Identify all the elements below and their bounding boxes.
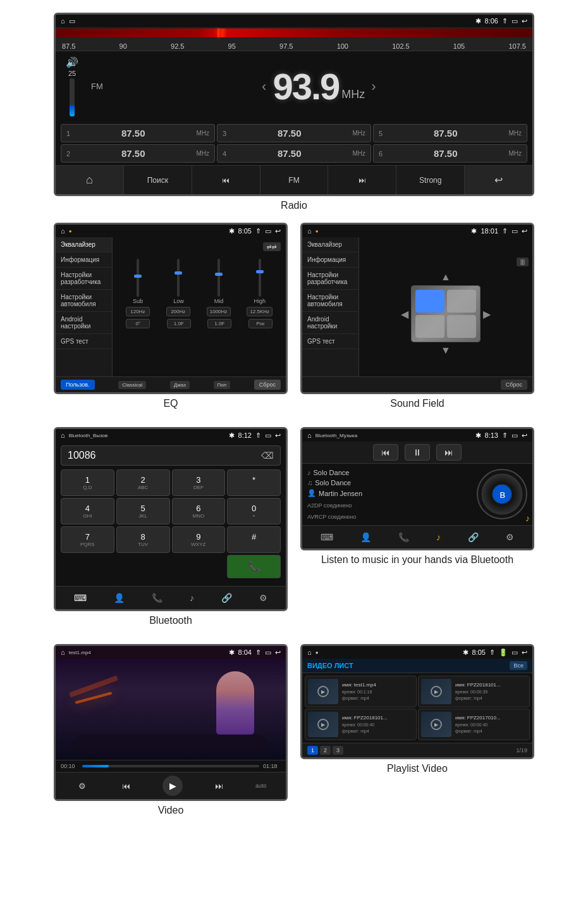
btm-keypad-icon[interactable]: ⌨ bbox=[317, 530, 337, 545]
btm-prev-button[interactable]: ⏮ bbox=[373, 444, 398, 461]
pl-item-4[interactable]: ▶ имя: FPZ2017010... время: 00:00:40 фор… bbox=[418, 709, 530, 740]
eq-reset-button[interactable]: Сброс bbox=[254, 380, 281, 390]
pl-item-1[interactable]: ▶ имя: test1.mp4 время: 00:1:18 формат: … bbox=[305, 676, 417, 707]
bt-status-right: ✱ 8:12 ⇑ ▭ ↩ bbox=[229, 431, 281, 440]
bt-key-1[interactable]: 1Q,D bbox=[61, 469, 114, 496]
sf-seat-rl[interactable] bbox=[415, 315, 444, 338]
vid-track[interactable] bbox=[82, 765, 259, 767]
eq-jazz-btn[interactable]: Джаз bbox=[170, 381, 190, 389]
bt-key-hash[interactable]: # bbox=[227, 526, 281, 553]
eq-pop-btn[interactable]: Поп bbox=[214, 381, 231, 389]
bt-backspace-button[interactable]: ⌫ bbox=[261, 450, 274, 461]
pl-item-3[interactable]: ▶ имя: FPZ2018101... время: 00:00:40 фор… bbox=[305, 709, 417, 740]
pl-page-1[interactable]: 1 bbox=[307, 746, 318, 755]
sf-seat-rr[interactable] bbox=[447, 315, 476, 338]
bt-link-icon[interactable]: 🔗 bbox=[217, 590, 236, 605]
bt-settings-icon[interactable]: ⚙ bbox=[255, 590, 271, 605]
eq-slider-low-track[interactable] bbox=[177, 259, 180, 297]
eq-sidebar-gps[interactable]: GPS тест bbox=[56, 334, 112, 349]
eq-sidebar-car-settings[interactable]: Настройки автомобиля bbox=[56, 290, 112, 312]
radio-preset-4[interactable]: 4 87.50 MHz bbox=[217, 144, 371, 163]
sf-right-arrow[interactable]: ▶ bbox=[483, 308, 491, 320]
bt-key-8[interactable]: 8TUV bbox=[116, 526, 170, 553]
radio-back-button[interactable]: ↩ bbox=[465, 166, 532, 194]
pl-all-button[interactable]: Все bbox=[510, 661, 527, 670]
sf-status-bar: ⌂ ● ✱ 18:01 ⇑ ▭ ↩ bbox=[302, 225, 532, 237]
sf-sidebar-android[interactable]: Android настройки bbox=[302, 312, 358, 334]
btm-phone-icon[interactable]: 📞 bbox=[395, 530, 413, 545]
sf-left-arrow[interactable]: ◀ bbox=[401, 308, 408, 320]
bt-key-5[interactable]: 5JKL bbox=[116, 498, 170, 524]
sf-sidebar-eq[interactable]: Эквалайзер bbox=[302, 237, 358, 252]
btm-settings-icon[interactable]: ⚙ bbox=[502, 530, 518, 545]
btm-contacts-icon[interactable]: 👤 bbox=[357, 530, 375, 545]
freq-mark-3: 92.5 bbox=[171, 42, 184, 50]
bt-key-2[interactable]: 2ABC bbox=[116, 469, 170, 496]
radio-search-button[interactable]: Поиск bbox=[124, 166, 192, 194]
bt-keypad-icon[interactable]: ⌨ bbox=[70, 590, 90, 605]
btm-next-button[interactable]: ⏭ bbox=[436, 444, 462, 461]
sf-sidebar-car[interactable]: Настройки автомобиля bbox=[302, 290, 358, 312]
sf-sidebar-dev[interactable]: Настройки разработчика bbox=[302, 268, 358, 290]
radio-freq-bar[interactable]: 87.5 90 92.5 95 97.5 100 102.5 105 107.5 bbox=[56, 27, 532, 51]
radio-prev-button[interactable]: ⏮ bbox=[192, 166, 260, 194]
bt-key-7[interactable]: 7PQRS bbox=[61, 526, 114, 553]
bt-key-star[interactable]: * bbox=[227, 469, 281, 496]
next-freq-arrow[interactable]: › bbox=[371, 78, 376, 95]
pl-page-2[interactable]: 2 bbox=[320, 746, 331, 755]
vid-next-button[interactable]: ⏭ bbox=[211, 779, 227, 793]
bt-key-0[interactable]: 0+ bbox=[227, 498, 281, 524]
vid-settings-button[interactable]: ⚙ bbox=[75, 779, 90, 793]
radio-home-button[interactable]: ⌂ bbox=[56, 166, 124, 194]
radio-strong-button[interactable]: Strong bbox=[396, 166, 465, 194]
vid-window-icon: ▭ bbox=[265, 648, 271, 657]
bt-music-section: ⌂ Bluetooth_Музыка ✱ 8:13 ⇑ ▭ ↩ ⏮ ⏸ ⏭ bbox=[300, 427, 534, 638]
sf-sidebar-info[interactable]: Информация bbox=[302, 252, 358, 268]
eq-sidebar-android[interactable]: Android настройки bbox=[56, 312, 112, 334]
vid-play-button[interactable]: ▶ bbox=[162, 776, 183, 796]
eq-sidebar-dev-settings[interactable]: Настройки разработчика bbox=[56, 268, 112, 290]
eq-slider-mid-track[interactable] bbox=[217, 259, 220, 297]
bt-call-button[interactable]: 📞 bbox=[227, 555, 281, 578]
eq-slider-sub-track[interactable] bbox=[137, 259, 139, 297]
playlist-caption: Playlist Video bbox=[387, 763, 448, 774]
bt-recent-icon[interactable]: 📞 bbox=[148, 590, 166, 605]
bt-key-6[interactable]: 6MNO bbox=[172, 498, 226, 524]
bt-key-3[interactable]: 3DEF bbox=[172, 469, 226, 496]
pl-item-2[interactable]: ▶ имя: FPZ2018101... время: 00:00:39 фор… bbox=[418, 676, 530, 707]
sf-sidebar-gps[interactable]: GPS тест bbox=[302, 334, 358, 349]
eq-classical-btn[interactable]: Classical bbox=[118, 381, 146, 389]
eq-shuffle-btn[interactable]: ⇄⇄ bbox=[263, 242, 281, 251]
eq-sidebar-equalizer[interactable]: Эквалайзер bbox=[56, 237, 112, 252]
vid-prev-button[interactable]: ⏮ bbox=[118, 779, 134, 793]
sf-down-arrow[interactable]: ▼ bbox=[441, 345, 451, 356]
sf-seat-fr[interactable] bbox=[447, 290, 476, 313]
radio-preset-6[interactable]: 6 87.50 MHz bbox=[373, 144, 527, 163]
btm-pause-button[interactable]: ⏸ bbox=[405, 444, 430, 461]
btm-link-icon[interactable]: 🔗 bbox=[464, 530, 482, 545]
bt-contacts-icon[interactable]: 👤 bbox=[110, 590, 128, 605]
bt-key-4[interactable]: 4GHI bbox=[61, 498, 114, 524]
eq-sidebar-info[interactable]: Информация bbox=[56, 252, 112, 268]
bt-music-icon[interactable]: ♪ bbox=[186, 590, 198, 605]
radio-preset-3[interactable]: 3 87.50 MHz bbox=[217, 124, 371, 142]
radio-preset-2[interactable]: 2 87.50 MHz bbox=[61, 144, 215, 163]
pl-thumb-4: ▶ bbox=[421, 712, 451, 737]
sf-seat-fl[interactable] bbox=[415, 290, 444, 313]
radio-preset-5[interactable]: 5 87.50 MHz bbox=[373, 124, 527, 142]
pl-screen-title: ВИДЕО ЛИСТ bbox=[307, 662, 353, 669]
sf-reset-button[interactable]: Сброс bbox=[501, 380, 527, 390]
radio-fm-button[interactable]: FM bbox=[260, 166, 329, 194]
eq-save-button[interactable]: Пользов. bbox=[61, 380, 95, 390]
btm-time: 8:13 bbox=[485, 431, 498, 439]
eq-slider-high-track[interactable] bbox=[259, 259, 261, 297]
radio-preset-1[interactable]: 1 87.50 MHz bbox=[61, 124, 215, 142]
prev-freq-arrow[interactable]: ‹ bbox=[262, 78, 266, 95]
sf-up-arrow[interactable]: ▲ bbox=[441, 271, 451, 283]
sf-eq-icon[interactable]: ||| bbox=[517, 257, 529, 266]
bt-key-9[interactable]: 9WXYZ bbox=[172, 526, 226, 553]
btm-music-tab-icon[interactable]: ♪ bbox=[432, 530, 444, 545]
radio-next-button[interactable]: ⏭ bbox=[328, 166, 396, 194]
eq-main: ⇄⇄ Sub Low bbox=[113, 237, 286, 376]
pl-page-3[interactable]: 3 bbox=[333, 746, 343, 755]
